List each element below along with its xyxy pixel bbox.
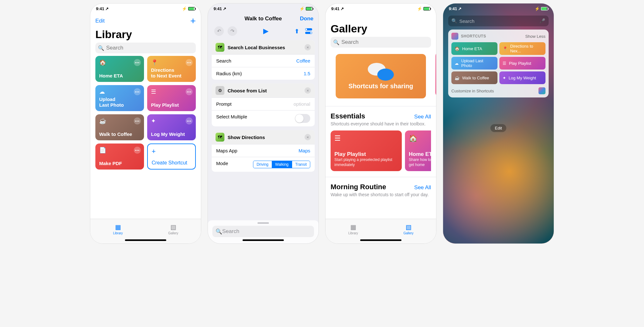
create-label: Create Shortcut [152,160,191,166]
more-icon[interactable]: ••• [134,59,141,66]
battery-icon [188,7,195,10]
maps-icon: 🗺 [216,133,224,142]
remove-action-button[interactable]: ✕ [305,134,311,140]
more-icon[interactable]: ••• [186,117,193,124]
edit-widgets-button[interactable]: Edit [490,124,506,132]
search-icon: 🔍 [98,45,104,51]
show-less-button[interactable]: Show Less [525,34,545,39]
home-icon: 🏠 [409,134,418,143]
location-arrow-icon: ↗ [458,6,462,11]
widget-tile-play-playlist[interactable]: ☰Play Playlist [499,57,545,70]
status-time: 9:41 [449,6,457,11]
widget-tile-log-weight[interactable]: ✦Log My Weight [499,71,545,84]
search-icon: 🔍 [333,39,339,45]
shortcut-tile-play-playlist[interactable]: ••• ☰ Play Playlist [147,85,196,111]
shortcut-tile-walk-coffee[interactable]: ••• ☕ Walk to Coffee [95,114,144,140]
page-title: Gallery [325,23,436,37]
person-icon: ✦ [503,76,506,80]
widget-tile-home-eta[interactable]: 🏠Home ETA [451,42,497,55]
location-arrow-icon: ↗ [340,6,344,11]
done-button[interactable]: Done [300,16,314,22]
more-icon[interactable]: ••• [186,59,193,66]
location-arrow-icon: ↗ [223,6,226,11]
statusbar: 9:41↗ ⚡ [325,3,436,14]
mic-icon[interactable]: 🎤 [539,18,545,24]
gallery-card-home-eta[interactable]: 🏠 Home ETA Share how long to get home [405,130,431,171]
phone-widget: 9:41↗ ⚡ 🔍 Search 🎤 SHORTCUTS Show Less 🏠… [443,3,554,244]
remove-action-button[interactable]: ✕ [305,44,311,50]
location-arrow-icon: ↗ [105,6,109,11]
charging-icon: ⚡ [535,6,540,11]
featured-banner[interactable]: Shortcuts for sharing [336,54,426,98]
more-icon[interactable]: ••• [134,88,141,95]
search-input[interactable]: 🔍 [331,37,431,48]
edit-button[interactable]: Edit [95,18,105,24]
home-indicator[interactable] [243,239,284,241]
phone-library: 9:41↗ ⚡ Edit + Library 🔍 ••• 🏠 Home ETA … [90,3,201,244]
more-icon[interactable]: ••• [134,147,141,154]
remove-action-button[interactable]: ✕ [305,87,311,94]
more-icon[interactable]: ••• [186,88,193,95]
share-button[interactable]: ⬆ [294,28,299,35]
cloud-icon: ☁ [455,61,459,66]
settings-toggle-button[interactable] [305,28,312,34]
create-shortcut-button[interactable]: + Create Shortcut [147,143,196,170]
see-all-button[interactable]: See All [414,114,431,120]
select-multiple-switch[interactable] [295,114,310,123]
action-search-input[interactable]: 🔍 Search [212,226,314,237]
charging-icon: ⚡ [182,6,187,11]
status-time: 9:41 [214,6,222,11]
see-all-button[interactable]: See All [414,184,431,191]
segment-driving[interactable]: Driving [253,161,271,168]
mode-segment[interactable]: Driving Walking Transit [253,161,310,168]
charging-icon: ⚡ [417,6,422,11]
shortcut-tile-home-eta[interactable]: ••• 🏠 Home ETA [95,56,144,82]
statusbar: 9:41↗ ⚡ [443,3,554,14]
shortcut-tile-upload-photo[interactable]: ••• ☁ Upload Last Photo [95,85,144,111]
pin-icon: 📍 [503,46,508,51]
banner-peek[interactable] [435,52,436,97]
widget-tile-walk-coffee[interactable]: ☕Walk to Coffee [451,71,497,84]
chat-bubbles-icon [368,63,394,81]
maps-icon: 🗺 [216,43,224,52]
add-shortcut-button[interactable]: + [190,16,196,26]
home-indicator[interactable] [360,239,401,241]
section-title-essentials: Essentials [331,112,365,120]
home-indicator[interactable] [125,239,166,241]
gallery-card-play-playlist[interactable]: ☰ Play Playlist Start playing a preselec… [331,130,402,171]
action-row-select-multiple: Select Multiple [212,110,315,126]
undo-button[interactable]: ↶ [214,26,224,36]
action-row-search[interactable]: Search Coffee [212,54,315,67]
list-icon: ☰ [334,134,343,143]
plus-icon: + [152,147,191,156]
action-row-radius[interactable]: Radius (km) 1.5 [212,67,315,80]
widget-tile-upload-photo[interactable]: ☁Upload Last Photo [451,57,497,70]
shortcut-tile-log-weight[interactable]: ••• ✦ Log My Weight [147,114,196,140]
spotlight-search-input[interactable]: 🔍 Search 🎤 [448,16,549,26]
drawer-grabber[interactable] [257,222,269,224]
action-block-show-directions: 🗺 Show Directions ✕ Maps App Maps Mode D… [212,130,315,172]
segment-walking[interactable]: Walking [272,161,292,168]
search-icon: 🔍 [451,18,457,24]
more-icon[interactable]: ••• [134,117,141,124]
customize-link[interactable]: Customize in Shortcuts [451,89,494,93]
search-input[interactable]: 🔍 [95,43,196,53]
phone-editor: 9:41↗ ⚡ Walk to Coffee Done ↶ ↷ ▶ ⬆ 🗺 Se… [208,3,319,244]
list-icon: ☰ [503,61,506,66]
search-icon: 🔍 [216,228,222,235]
section-title-morning: Morning Routine [331,183,386,191]
action-row-mode: Mode Driving Walking Transit [212,157,315,172]
shortcut-tile-directions[interactable]: ••• 📍 Directions to Next Event [147,56,196,82]
stack-icon: ▧ [406,223,412,231]
statusbar: 9:41↗ ⚡ [208,3,319,14]
shortcuts-app-icon[interactable] [538,87,545,94]
widget-tile-directions[interactable]: 📍Directions to Nex... [499,42,545,55]
redo-button[interactable]: ↷ [228,26,237,36]
shortcut-tile-make-pdf[interactable]: ••• 📄 Make PDF [95,143,144,170]
action-row-prompt[interactable]: Prompt optional [212,97,315,110]
play-button[interactable]: ▶ [263,27,269,35]
grid-icon: ▦ [350,223,356,231]
action-row-maps-app[interactable]: Maps App Maps [212,144,315,157]
segment-transit[interactable]: Transit [292,161,310,168]
gear-icon: ⚙ [216,86,224,95]
